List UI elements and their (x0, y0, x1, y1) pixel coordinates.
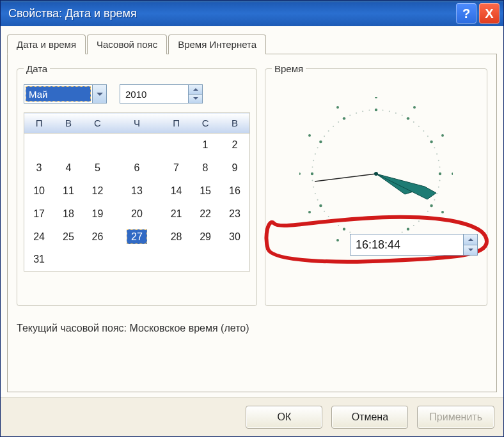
svg-point-10 (308, 134, 311, 137)
calendar-cell[interactable]: 12 (83, 180, 113, 203)
calendar-cell[interactable]: 4 (54, 157, 83, 180)
calendar-cell[interactable]: 22 (191, 203, 220, 226)
year-spinner[interactable]: 2010 (120, 84, 203, 103)
chevron-up-icon (468, 238, 473, 241)
calendar-cell[interactable]: 21 (162, 203, 191, 226)
svg-point-70 (362, 111, 363, 112)
time-spin-buttons (463, 234, 477, 255)
calendar-cell[interactable]: 19 (83, 203, 113, 226)
svg-point-37 (407, 227, 409, 230)
button-label: Применить (429, 411, 482, 423)
tab-label: Дата и время (17, 39, 76, 50)
svg-point-46 (349, 231, 350, 233)
calendar-cell[interactable]: 5 (83, 157, 113, 180)
calendar-cell[interactable]: 29 (191, 226, 220, 249)
clock-minute-hand (376, 174, 436, 199)
svg-point-57 (311, 172, 313, 175)
calendar-cell[interactable]: 3 (24, 157, 54, 180)
cancel-button[interactable]: Отмена (331, 406, 408, 429)
svg-point-54 (315, 193, 316, 194)
weekday-header: В (220, 113, 250, 134)
calendar-cell[interactable]: 13 (112, 180, 162, 203)
calendar-cell[interactable]: 24 (24, 226, 54, 249)
tab-internet-time[interactable]: Время Интернета (168, 34, 266, 54)
chevron-down-icon (468, 249, 473, 251)
calendar-cell[interactable]: 9 (220, 157, 250, 180)
calendar-cell (83, 249, 113, 272)
calendar-cell[interactable]: 11 (54, 180, 83, 203)
year-down-button[interactable] (189, 94, 202, 103)
svg-point-27 (439, 172, 441, 175)
calendar-cell (112, 134, 162, 157)
month-dropdown-button[interactable] (92, 85, 106, 103)
calendar-cell[interactable]: 25 (54, 226, 83, 249)
svg-point-61 (317, 147, 319, 148)
calendar-cell[interactable]: 23 (220, 203, 250, 226)
button-label: Отмена (352, 411, 388, 423)
svg-point-15 (395, 112, 397, 114)
year-up-button[interactable] (189, 85, 202, 94)
help-button[interactable]: ? (456, 3, 476, 24)
tab-timezone[interactable]: Часовой пояс (87, 34, 167, 54)
calendar-cell[interactable]: 28 (162, 226, 191, 249)
ok-button[interactable]: ОК (246, 406, 322, 429)
time-input[interactable]: 16:18:44 (350, 234, 478, 256)
calendar-cell[interactable]: 16 (220, 180, 250, 203)
button-label: ОК (277, 411, 291, 423)
calendar-row: 17181920212223 (24, 203, 250, 226)
weekday-header: В (54, 113, 83, 134)
svg-point-0 (375, 97, 377, 98)
time-up-button[interactable] (464, 234, 477, 245)
svg-point-9 (299, 172, 301, 175)
calendar-cell (83, 134, 113, 157)
tab-label: Часовой пояс (97, 39, 157, 50)
top-row: Дата Май 2010 (17, 63, 487, 306)
year-value: 2010 (120, 85, 188, 103)
month-combo[interactable]: Май (24, 84, 107, 103)
calendar-cell (162, 249, 191, 272)
svg-point-8 (308, 211, 311, 213)
calendar-cell[interactable]: 10 (24, 180, 54, 203)
close-icon: X (485, 6, 493, 21)
calendar-cell[interactable]: 2 (220, 134, 250, 157)
svg-point-47 (343, 227, 345, 230)
calendar-cell[interactable]: 14 (162, 180, 191, 203)
close-button[interactable]: X (479, 3, 500, 24)
calendar-cell[interactable]: 30 (220, 226, 250, 249)
calendar-cell[interactable]: 26 (83, 226, 113, 249)
svg-point-3 (452, 172, 453, 175)
time-spinner-row: 16:18:44 (350, 234, 478, 256)
calendar-cell (162, 134, 191, 157)
svg-point-14 (389, 111, 390, 112)
svg-point-17 (407, 117, 409, 119)
calendar[interactable]: П В С Ч П С В 12345678910111213141516171… (24, 112, 250, 272)
calendar-row: 31 (24, 249, 250, 272)
calendar-cell[interactable]: 17 (24, 203, 54, 226)
calendar-cell[interactable]: 1 (191, 134, 220, 157)
calendar-cell[interactable]: 27 (112, 226, 162, 249)
tab-date-time[interactable]: Дата и время (7, 34, 86, 54)
svg-point-71 (369, 110, 370, 111)
svg-point-49 (333, 220, 334, 222)
calendar-cell[interactable]: 7 (162, 157, 191, 180)
time-down-button[interactable] (464, 245, 477, 256)
svg-point-60 (315, 153, 316, 155)
calendar-cell[interactable]: 31 (24, 249, 54, 272)
clock-second-hand (315, 174, 376, 181)
apply-button[interactable]: Применить (417, 406, 494, 429)
calendar-cell[interactable]: 18 (54, 203, 83, 226)
svg-point-55 (313, 187, 314, 188)
year-spin-buttons (188, 85, 202, 103)
calendar-row: 3456789 (24, 157, 250, 180)
window-title: Свойства: Дата и время (8, 7, 453, 20)
svg-point-12 (375, 109, 377, 111)
svg-point-25 (438, 160, 439, 161)
titlebar[interactable]: Свойства: Дата и время ? X (1, 1, 503, 26)
calendar-cell[interactable]: 20 (112, 203, 162, 226)
calendar-cell[interactable]: 15 (191, 180, 220, 203)
calendar-cell[interactable]: 8 (191, 157, 220, 180)
tabstrip: Дата и время Часовой пояс Время Интернет… (7, 34, 497, 54)
svg-point-1 (413, 106, 416, 109)
calendar-cell[interactable]: 6 (112, 157, 162, 180)
svg-point-63 (324, 135, 325, 137)
